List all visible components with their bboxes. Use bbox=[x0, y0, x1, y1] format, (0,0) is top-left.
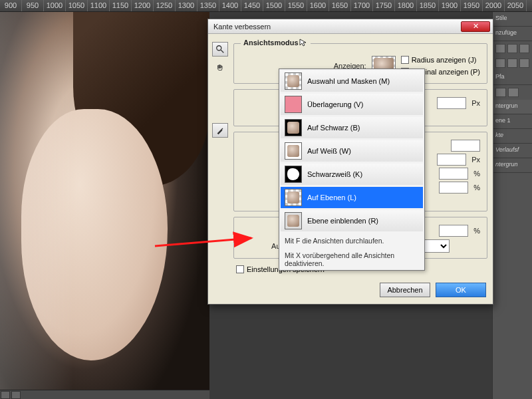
canvas[interactable] bbox=[0, 12, 209, 399]
radius-field[interactable] bbox=[437, 97, 466, 109]
view-option-label: Auswahl und Masken (M) bbox=[307, 77, 390, 85]
view-option-label: Schwarzweiß (K) bbox=[307, 170, 362, 178]
layer-row[interactable]: ene 1 bbox=[493, 114, 532, 129]
section-legend: Ansichtsmodus bbox=[241, 38, 311, 49]
adjust-field-2[interactable] bbox=[437, 154, 466, 166]
scroll-left-icon[interactable] bbox=[1, 391, 10, 399]
view-option-thumb bbox=[285, 96, 302, 113]
panel-icon[interactable] bbox=[495, 44, 505, 53]
ruler-tick: 2050 bbox=[505, 0, 527, 11]
adjust-field-4[interactable] bbox=[439, 182, 468, 194]
adjust-field-1[interactable] bbox=[451, 140, 480, 152]
view-option-label: Auf Ebenen (L) bbox=[307, 194, 356, 201]
dialog-title: Kante verbessern bbox=[211, 23, 461, 31]
panel-icon[interactable] bbox=[507, 59, 517, 68]
horizontal-scrollbar[interactable] bbox=[0, 390, 209, 399]
view-option-thumb bbox=[285, 72, 302, 90]
scroll-right-icon[interactable] bbox=[11, 391, 21, 399]
ruler-tick: 1550 bbox=[285, 0, 307, 11]
panel-icon[interactable] bbox=[519, 44, 529, 53]
panel-icon[interactable] bbox=[495, 88, 506, 97]
view-option-thumb bbox=[285, 142, 302, 160]
ruler-tick: 1250 bbox=[154, 0, 176, 11]
view-mode-option[interactable]: Schwarzweiß (K) bbox=[280, 163, 424, 186]
panel-icon[interactable] bbox=[508, 88, 519, 97]
ruler-tick: 1750 bbox=[373, 0, 395, 11]
close-button[interactable]: ✕ bbox=[461, 21, 490, 32]
tool-column bbox=[211, 38, 229, 273]
right-panel-dock: Stile nzufüge Pfa ntergrun ene 1 kte Ver… bbox=[492, 12, 532, 399]
ruler-tick: 2000 bbox=[483, 0, 505, 11]
view-option-label: Auf Schwarz (B) bbox=[307, 124, 360, 132]
ruler-tick: 900 bbox=[0, 0, 22, 11]
dialog-main: Ansichtsmodus Anzeigen: Radius anzeigen … bbox=[233, 38, 487, 273]
view-mode-option[interactable]: Auf Ebenen (L) bbox=[280, 186, 424, 209]
adjust-field-3[interactable] bbox=[439, 168, 468, 180]
document-image bbox=[0, 12, 209, 399]
layer-effect[interactable]: kte bbox=[493, 129, 532, 144]
panel-icon[interactable] bbox=[507, 44, 517, 53]
dropdown-hint: Mit F die Ansichten durchlaufen. bbox=[279, 233, 424, 247]
view-option-thumb bbox=[285, 189, 302, 206]
panel-tab[interactable]: Pfa bbox=[493, 70, 532, 85]
panel-tab[interactable]: nzufüge bbox=[493, 27, 532, 41]
layer-effect[interactable]: Verlaufsf bbox=[493, 144, 532, 158]
view-mode-option[interactable]: Auf Weiß (W) bbox=[280, 140, 424, 162]
layer-row[interactable]: ntergrun bbox=[493, 158, 532, 173]
view-mode-dropdown: Auswahl und Masken (M)Überlagerung (V)Au… bbox=[279, 68, 425, 271]
ruler-tick: 1800 bbox=[395, 0, 417, 11]
ruler-tick: 1000 bbox=[44, 0, 66, 11]
dialog-titlebar[interactable]: Kante verbessern ✕ bbox=[208, 19, 493, 34]
ruler-tick: 950 bbox=[22, 0, 44, 11]
ruler-tick: 1150 bbox=[110, 0, 132, 11]
svg-point-0 bbox=[217, 46, 221, 51]
ruler-tick: 1500 bbox=[263, 0, 285, 11]
view-option-label: Auf Weiß (W) bbox=[307, 147, 351, 155]
ruler-tick: 1050 bbox=[66, 0, 88, 11]
ruler-tick: 1100 bbox=[88, 0, 110, 11]
svg-line-1 bbox=[221, 50, 223, 53]
ruler-tick: 1850 bbox=[417, 0, 439, 11]
show-radius-checkbox[interactable]: Radius anzeigen (J) bbox=[401, 56, 480, 64]
view-mode-option[interactable]: Ebene einblenden (R) bbox=[280, 209, 424, 232]
ruler-tick: 1700 bbox=[351, 0, 373, 11]
dropdown-hint: Mit X vorübergehend alle Ansichten deakt… bbox=[279, 247, 424, 270]
ruler-tick: 1300 bbox=[176, 0, 198, 11]
view-mode-option[interactable]: Auf Schwarz (B) bbox=[280, 116, 424, 139]
hand-tool-icon[interactable] bbox=[212, 61, 228, 75]
view-option-thumb bbox=[285, 212, 302, 229]
ruler-tick: 1450 bbox=[241, 0, 263, 11]
brush-tool-icon[interactable] bbox=[212, 123, 228, 138]
cancel-button[interactable]: Abbrechen bbox=[380, 283, 430, 297]
refine-edge-dialog: Kante verbessern ✕ Ansichtsmodus Anzeige… bbox=[207, 19, 493, 305]
view-mode-option[interactable]: Überlagerung (V) bbox=[280, 93, 424, 116]
view-option-thumb bbox=[285, 166, 302, 183]
view-option-label: Ebene einblenden (R) bbox=[307, 217, 378, 225]
output-amount-field[interactable] bbox=[439, 225, 468, 237]
panel-tab[interactable]: Stile bbox=[493, 12, 532, 27]
ruler-tick: 1350 bbox=[198, 0, 219, 11]
panel-icon[interactable] bbox=[495, 59, 505, 68]
cursor-icon bbox=[299, 38, 308, 49]
ruler-tick: 1650 bbox=[329, 0, 351, 11]
panel-icon[interactable] bbox=[519, 59, 529, 68]
layer-row[interactable]: ntergrun bbox=[493, 100, 532, 114]
ruler-tick: 1900 bbox=[439, 0, 461, 11]
view-option-thumb bbox=[285, 119, 302, 136]
view-mode-option[interactable]: Auswahl und Masken (M) bbox=[280, 70, 424, 92]
ruler-top: 9009501000105011001150120012501300135014… bbox=[0, 0, 532, 12]
ruler-tick: 1200 bbox=[132, 0, 154, 11]
zoom-tool-icon[interactable] bbox=[212, 42, 228, 57]
ruler-tick: 1950 bbox=[461, 0, 483, 11]
ruler-tick: 1400 bbox=[219, 0, 241, 11]
ruler-tick: 1600 bbox=[307, 0, 329, 11]
view-option-label: Überlagerung (V) bbox=[307, 100, 363, 108]
ok-button[interactable]: OK bbox=[436, 283, 486, 297]
